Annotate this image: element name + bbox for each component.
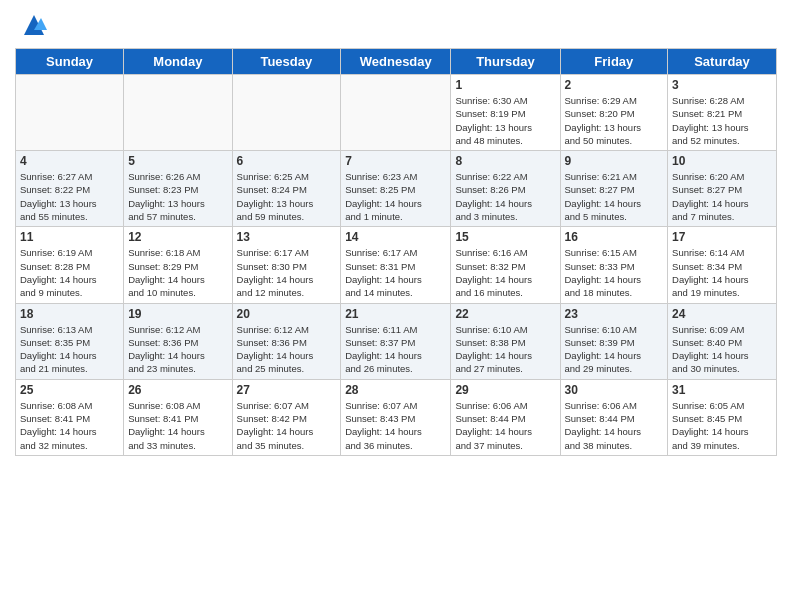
calendar-cell: 18Sunrise: 6:13 AM Sunset: 8:35 PM Dayli…	[16, 303, 124, 379]
day-number: 5	[128, 154, 227, 168]
calendar-cell: 29Sunrise: 6:06 AM Sunset: 8:44 PM Dayli…	[451, 379, 560, 455]
day-info: Sunrise: 6:06 AM Sunset: 8:44 PM Dayligh…	[455, 399, 555, 452]
dow-header: Wednesday	[341, 49, 451, 75]
calendar-cell: 2Sunrise: 6:29 AM Sunset: 8:20 PM Daylig…	[560, 75, 668, 151]
day-number: 3	[672, 78, 772, 92]
day-info: Sunrise: 6:10 AM Sunset: 8:38 PM Dayligh…	[455, 323, 555, 376]
calendar-cell: 28Sunrise: 6:07 AM Sunset: 8:43 PM Dayli…	[341, 379, 451, 455]
day-number: 18	[20, 307, 119, 321]
day-number: 26	[128, 383, 227, 397]
calendar-cell: 9Sunrise: 6:21 AM Sunset: 8:27 PM Daylig…	[560, 151, 668, 227]
dow-header: Saturday	[668, 49, 777, 75]
day-info: Sunrise: 6:06 AM Sunset: 8:44 PM Dayligh…	[565, 399, 664, 452]
day-info: Sunrise: 6:20 AM Sunset: 8:27 PM Dayligh…	[672, 170, 772, 223]
calendar-cell: 30Sunrise: 6:06 AM Sunset: 8:44 PM Dayli…	[560, 379, 668, 455]
day-info: Sunrise: 6:14 AM Sunset: 8:34 PM Dayligh…	[672, 246, 772, 299]
day-number: 28	[345, 383, 446, 397]
calendar-cell: 13Sunrise: 6:17 AM Sunset: 8:30 PM Dayli…	[232, 227, 341, 303]
calendar-cell: 24Sunrise: 6:09 AM Sunset: 8:40 PM Dayli…	[668, 303, 777, 379]
day-number: 4	[20, 154, 119, 168]
day-info: Sunrise: 6:08 AM Sunset: 8:41 PM Dayligh…	[128, 399, 227, 452]
calendar-cell: 14Sunrise: 6:17 AM Sunset: 8:31 PM Dayli…	[341, 227, 451, 303]
calendar-cell: 6Sunrise: 6:25 AM Sunset: 8:24 PM Daylig…	[232, 151, 341, 227]
day-number: 1	[455, 78, 555, 92]
calendar-cell	[16, 75, 124, 151]
calendar-cell: 7Sunrise: 6:23 AM Sunset: 8:25 PM Daylig…	[341, 151, 451, 227]
day-number: 16	[565, 230, 664, 244]
day-info: Sunrise: 6:12 AM Sunset: 8:36 PM Dayligh…	[237, 323, 337, 376]
calendar-cell: 16Sunrise: 6:15 AM Sunset: 8:33 PM Dayli…	[560, 227, 668, 303]
dow-header: Sunday	[16, 49, 124, 75]
calendar-cell: 10Sunrise: 6:20 AM Sunset: 8:27 PM Dayli…	[668, 151, 777, 227]
day-info: Sunrise: 6:19 AM Sunset: 8:28 PM Dayligh…	[20, 246, 119, 299]
day-info: Sunrise: 6:08 AM Sunset: 8:41 PM Dayligh…	[20, 399, 119, 452]
day-number: 8	[455, 154, 555, 168]
day-info: Sunrise: 6:28 AM Sunset: 8:21 PM Dayligh…	[672, 94, 772, 147]
day-number: 27	[237, 383, 337, 397]
day-info: Sunrise: 6:23 AM Sunset: 8:25 PM Dayligh…	[345, 170, 446, 223]
day-info: Sunrise: 6:15 AM Sunset: 8:33 PM Dayligh…	[565, 246, 664, 299]
calendar-cell: 25Sunrise: 6:08 AM Sunset: 8:41 PM Dayli…	[16, 379, 124, 455]
calendar-cell	[124, 75, 232, 151]
calendar-cell: 19Sunrise: 6:12 AM Sunset: 8:36 PM Dayli…	[124, 303, 232, 379]
day-info: Sunrise: 6:12 AM Sunset: 8:36 PM Dayligh…	[128, 323, 227, 376]
calendar-cell: 8Sunrise: 6:22 AM Sunset: 8:26 PM Daylig…	[451, 151, 560, 227]
dow-header: Friday	[560, 49, 668, 75]
day-info: Sunrise: 6:17 AM Sunset: 8:31 PM Dayligh…	[345, 246, 446, 299]
calendar-cell	[232, 75, 341, 151]
day-info: Sunrise: 6:30 AM Sunset: 8:19 PM Dayligh…	[455, 94, 555, 147]
day-number: 12	[128, 230, 227, 244]
day-number: 19	[128, 307, 227, 321]
day-number: 6	[237, 154, 337, 168]
day-number: 14	[345, 230, 446, 244]
day-number: 10	[672, 154, 772, 168]
day-number: 20	[237, 307, 337, 321]
day-info: Sunrise: 6:26 AM Sunset: 8:23 PM Dayligh…	[128, 170, 227, 223]
calendar-cell: 5Sunrise: 6:26 AM Sunset: 8:23 PM Daylig…	[124, 151, 232, 227]
calendar-cell: 1Sunrise: 6:30 AM Sunset: 8:19 PM Daylig…	[451, 75, 560, 151]
logo-icon	[19, 10, 49, 40]
page: SundayMondayTuesdayWednesdayThursdayFrid…	[0, 0, 792, 612]
day-info: Sunrise: 6:18 AM Sunset: 8:29 PM Dayligh…	[128, 246, 227, 299]
calendar-cell: 27Sunrise: 6:07 AM Sunset: 8:42 PM Dayli…	[232, 379, 341, 455]
day-number: 30	[565, 383, 664, 397]
day-number: 22	[455, 307, 555, 321]
logo	[15, 10, 49, 40]
day-info: Sunrise: 6:27 AM Sunset: 8:22 PM Dayligh…	[20, 170, 119, 223]
calendar-cell: 15Sunrise: 6:16 AM Sunset: 8:32 PM Dayli…	[451, 227, 560, 303]
calendar-cell	[341, 75, 451, 151]
day-info: Sunrise: 6:10 AM Sunset: 8:39 PM Dayligh…	[565, 323, 664, 376]
dow-header: Monday	[124, 49, 232, 75]
calendar: SundayMondayTuesdayWednesdayThursdayFrid…	[15, 48, 777, 456]
day-info: Sunrise: 6:16 AM Sunset: 8:32 PM Dayligh…	[455, 246, 555, 299]
day-info: Sunrise: 6:07 AM Sunset: 8:42 PM Dayligh…	[237, 399, 337, 452]
day-info: Sunrise: 6:21 AM Sunset: 8:27 PM Dayligh…	[565, 170, 664, 223]
calendar-cell: 17Sunrise: 6:14 AM Sunset: 8:34 PM Dayli…	[668, 227, 777, 303]
day-info: Sunrise: 6:17 AM Sunset: 8:30 PM Dayligh…	[237, 246, 337, 299]
day-number: 15	[455, 230, 555, 244]
day-number: 25	[20, 383, 119, 397]
day-number: 31	[672, 383, 772, 397]
calendar-cell: 23Sunrise: 6:10 AM Sunset: 8:39 PM Dayli…	[560, 303, 668, 379]
calendar-cell: 3Sunrise: 6:28 AM Sunset: 8:21 PM Daylig…	[668, 75, 777, 151]
day-number: 9	[565, 154, 664, 168]
day-info: Sunrise: 6:07 AM Sunset: 8:43 PM Dayligh…	[345, 399, 446, 452]
day-number: 23	[565, 307, 664, 321]
day-number: 7	[345, 154, 446, 168]
day-number: 29	[455, 383, 555, 397]
calendar-cell: 20Sunrise: 6:12 AM Sunset: 8:36 PM Dayli…	[232, 303, 341, 379]
header	[15, 10, 777, 40]
day-number: 17	[672, 230, 772, 244]
day-info: Sunrise: 6:05 AM Sunset: 8:45 PM Dayligh…	[672, 399, 772, 452]
day-info: Sunrise: 6:25 AM Sunset: 8:24 PM Dayligh…	[237, 170, 337, 223]
dow-header: Thursday	[451, 49, 560, 75]
calendar-cell: 11Sunrise: 6:19 AM Sunset: 8:28 PM Dayli…	[16, 227, 124, 303]
day-number: 24	[672, 307, 772, 321]
calendar-cell: 4Sunrise: 6:27 AM Sunset: 8:22 PM Daylig…	[16, 151, 124, 227]
calendar-cell: 26Sunrise: 6:08 AM Sunset: 8:41 PM Dayli…	[124, 379, 232, 455]
day-number: 13	[237, 230, 337, 244]
calendar-cell: 31Sunrise: 6:05 AM Sunset: 8:45 PM Dayli…	[668, 379, 777, 455]
calendar-cell: 21Sunrise: 6:11 AM Sunset: 8:37 PM Dayli…	[341, 303, 451, 379]
day-info: Sunrise: 6:09 AM Sunset: 8:40 PM Dayligh…	[672, 323, 772, 376]
calendar-cell: 22Sunrise: 6:10 AM Sunset: 8:38 PM Dayli…	[451, 303, 560, 379]
